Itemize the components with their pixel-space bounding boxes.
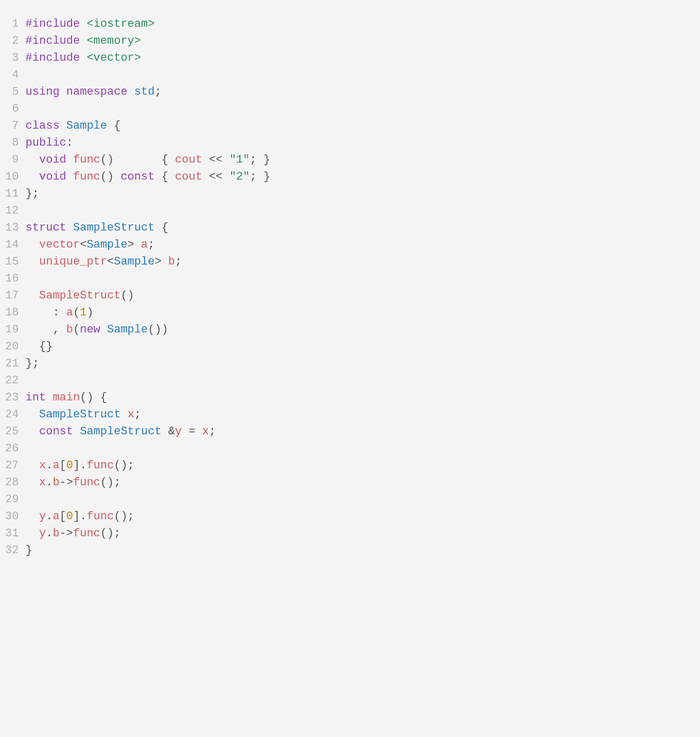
token-punct: < — [107, 255, 114, 268]
line-number: 20 — [5, 338, 26, 355]
line-number: 19 — [5, 321, 26, 338]
token-punct: [ — [60, 459, 66, 472]
code-line: 16 — [5, 270, 695, 287]
code-content: #include <vector> — [26, 49, 695, 66]
token-default — [222, 170, 229, 183]
token-func: func — [73, 476, 100, 489]
token-punct: ; — [154, 85, 161, 98]
code-line: 14 vector<Sample> a; — [5, 236, 695, 253]
line-number: 31 — [5, 525, 26, 542]
token-ident: x — [128, 408, 134, 421]
code-content: class Sample { — [26, 117, 695, 134]
token-func: SampleStruct — [39, 289, 120, 302]
token-punct: () — [120, 289, 134, 302]
line-number: 24 — [5, 406, 26, 423]
token-punct: & — [168, 425, 175, 438]
token-type: std — [134, 85, 155, 98]
token-func: func — [86, 459, 114, 472]
token-punct: . — [46, 510, 52, 523]
code-line: 25 const SampleStruct &y = x; — [5, 423, 695, 440]
token-default — [26, 340, 39, 353]
token-keyword: new — [80, 323, 100, 336]
token-default — [26, 510, 39, 523]
token-punct: > — [128, 238, 134, 251]
token-punct: ; — [209, 425, 216, 438]
token-keyword: void — [39, 153, 66, 166]
line-number: 30 — [5, 508, 26, 525]
token-func: b — [66, 323, 73, 336]
line-number: 25 — [5, 423, 26, 440]
code-content — [26, 372, 695, 389]
token-punct: ; — [148, 238, 154, 251]
code-content: } — [26, 542, 695, 559]
token-number: 0 — [66, 510, 73, 523]
token-keyword: #include — [26, 34, 80, 47]
code-line: 32} — [5, 542, 695, 559]
token-default — [107, 119, 114, 132]
token-punct: (); — [114, 459, 134, 472]
line-number: 17 — [5, 287, 26, 304]
token-default — [26, 323, 53, 336]
token-func: func — [73, 153, 100, 166]
token-punct: (); — [114, 510, 134, 523]
token-punct: {} — [39, 340, 52, 353]
code-content: y.a[0].func(); — [26, 508, 695, 525]
token-punct: ]. — [73, 510, 86, 523]
line-number: 21 — [5, 355, 26, 372]
token-punct: { — [162, 221, 168, 234]
token-string: <vector> — [86, 51, 141, 64]
token-keyword: const — [39, 425, 73, 438]
code-content: {} — [26, 338, 695, 355]
token-ident: b — [52, 476, 59, 489]
token-default — [80, 51, 86, 64]
token-default — [222, 153, 229, 166]
token-punct: > — [154, 255, 161, 268]
token-default — [26, 170, 39, 183]
token-ident: cout — [175, 153, 202, 166]
token-ident: x — [39, 459, 46, 472]
code-content: x.b->func(); — [26, 474, 695, 491]
code-line: 31 y.b->func(); — [5, 525, 695, 542]
token-keyword: namespace — [66, 85, 128, 98]
token-default — [120, 408, 127, 421]
line-number: 18 — [5, 304, 26, 321]
code-content: : a(1) — [26, 304, 695, 321]
token-default — [26, 289, 39, 302]
line-number: 23 — [5, 389, 26, 406]
token-default — [26, 476, 39, 489]
token-keyword: #include — [26, 17, 80, 30]
code-content: SampleStruct x; — [26, 406, 695, 423]
code-line: 5using namespace std; — [5, 83, 695, 100]
token-ident: x — [202, 425, 209, 438]
code-line: 4 — [5, 66, 695, 83]
token-func: main — [52, 391, 80, 404]
code-line: 12 — [5, 202, 695, 219]
line-number: 13 — [5, 219, 26, 236]
line-number: 8 — [5, 134, 26, 151]
code-line: 26 — [5, 440, 695, 457]
token-func: func — [73, 170, 100, 183]
code-content: void func() { cout << "1"; } — [26, 151, 695, 168]
token-type: Sample — [86, 238, 127, 251]
code-line: 8public: — [5, 134, 695, 151]
token-punct: ( — [73, 323, 80, 336]
line-number: 4 — [5, 66, 26, 83]
code-content: }; — [26, 355, 695, 372]
line-number: 16 — [5, 270, 26, 287]
code-line: 27 x.a[0].func(); — [5, 457, 695, 474]
code-line: 13struct SampleStruct { — [5, 219, 695, 236]
token-punct: () { — [80, 391, 107, 404]
code-content: , b(new Sample()) — [26, 321, 695, 338]
token-default — [128, 85, 134, 98]
token-ident: y — [39, 510, 46, 523]
token-keyword: struct — [26, 221, 66, 234]
token-punct: { — [154, 170, 175, 183]
line-number: 27 — [5, 457, 26, 474]
code-content: SampleStruct() — [26, 287, 695, 304]
token-ident: a — [52, 459, 59, 472]
token-func: a — [66, 306, 73, 319]
token-keyword: const — [120, 170, 154, 183]
line-number: 32 — [5, 542, 26, 559]
code-line: 17 SampleStruct() — [5, 287, 695, 304]
code-content — [26, 66, 695, 83]
